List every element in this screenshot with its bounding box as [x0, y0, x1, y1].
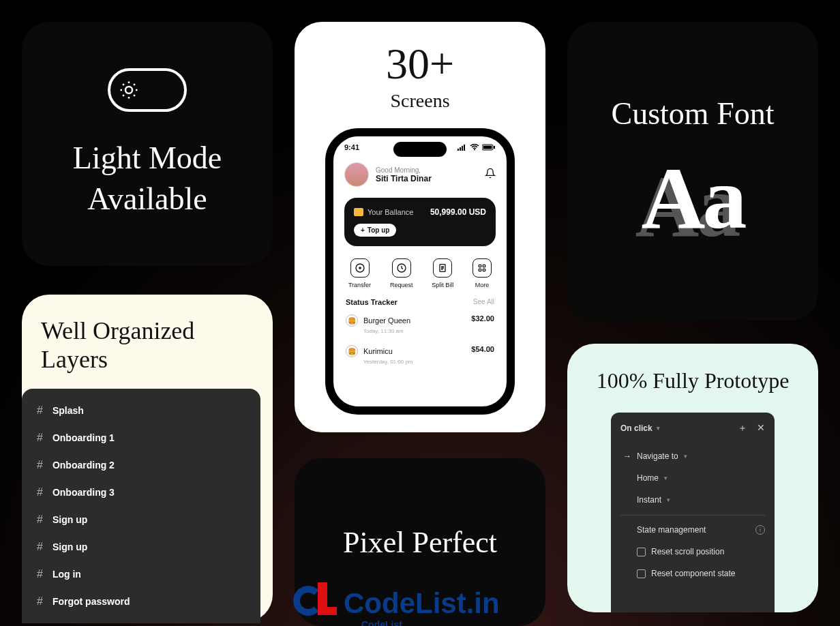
screens-sub: Screens [390, 90, 449, 112]
chevron-down-icon: ▾ [684, 453, 687, 460]
state-mgmt-label: State managementi [620, 515, 765, 541]
burger-icon: 🍔 [346, 345, 358, 357]
destination-row[interactable]: Home▾ [620, 467, 765, 489]
sun-icon [117, 78, 140, 102]
phone-notch [393, 142, 447, 157]
reset-state-checkbox[interactable]: Reset component state [620, 563, 765, 584]
animation-row[interactable]: Instant▾ [620, 489, 765, 511]
font-sample: Aa Aa [642, 147, 745, 249]
wallet-icon [354, 208, 363, 216]
svg-point-5 [474, 149, 475, 151]
greeting: Good Morning, [376, 166, 432, 174]
svg-rect-4 [464, 145, 465, 151]
frame-icon: # [37, 459, 43, 471]
watermark-text: CodeList.in [344, 587, 500, 620]
frame-icon: # [37, 568, 43, 580]
watermark-sub: CodeList [361, 619, 402, 626]
svg-rect-12 [479, 265, 481, 267]
pixel-perfect-title: Pixel Perfect [343, 525, 497, 560]
trigger-dropdown[interactable]: On click▾ [620, 423, 660, 433]
layers-card: Well Organized Layers #Splash #Onboardin… [22, 295, 273, 622]
layer-item[interactable]: #Forgot password [22, 588, 260, 615]
burger-icon: 🍔 [346, 314, 358, 327]
transaction-item[interactable]: 🍔Burger Queen$32.00 Today, 11:30 am [333, 308, 507, 338]
checkbox-icon [637, 569, 646, 578]
light-mode-toggle[interactable] [108, 68, 187, 112]
svg-rect-3 [462, 146, 463, 151]
bell-icon[interactable] [485, 168, 496, 181]
request-action[interactable]: Request [390, 258, 413, 288]
frame-icon: # [37, 404, 43, 417]
balance-card: Your Ballance 50,999.00 USD +Top up [344, 198, 496, 246]
screens-card: 30+ Screens 9:41 Good Morning, Siti Tirt… [295, 22, 545, 432]
phone-header: Good Morning, Siti Tirta Dinar [333, 151, 507, 194]
phone-mockup: 9:41 Good Morning, Siti Tirta Dinar Your… [325, 128, 515, 415]
frame-icon: # [37, 541, 43, 553]
layers-panel: #Splash #Onboarding 1 #Onboarding 2 #Onb… [22, 389, 260, 623]
frame-icon: # [37, 486, 43, 498]
light-mode-card: Light Mode Available [22, 22, 273, 266]
info-icon[interactable]: i [755, 525, 765, 535]
layer-item[interactable]: #Onboarding 1 [22, 424, 260, 451]
split-bill-action[interactable]: Split Bill [432, 258, 453, 288]
transaction-item[interactable]: 🍔Kurimicu$54.00 Yesterday, 01:00 pm [333, 338, 507, 369]
svg-point-0 [125, 87, 132, 93]
layer-item[interactable]: #Log in [22, 561, 260, 588]
frame-icon: # [37, 432, 43, 444]
chevron-down-icon: ▾ [664, 475, 668, 481]
svg-rect-8 [494, 146, 495, 149]
status-time: 9:41 [344, 143, 359, 151]
arrow-icon: → [623, 451, 631, 461]
screens-count: 30+ [386, 42, 454, 86]
topup-button[interactable]: +Top up [354, 224, 396, 237]
watermark: CodeList.in CodeList [293, 585, 500, 622]
close-icon[interactable]: ✕ [757, 422, 765, 434]
chevron-down-icon: ▾ [657, 425, 660, 432]
status-icons [457, 143, 496, 151]
battery-icon [482, 144, 496, 151]
frame-icon: # [37, 513, 43, 526]
username: Siti Tirta Dinar [376, 174, 432, 183]
svg-rect-13 [483, 265, 485, 267]
layer-item[interactable]: #Onboarding 3 [22, 479, 260, 506]
watermark-logo [293, 585, 337, 622]
custom-font-card: Custom Font Aa Aa [567, 22, 818, 321]
svg-rect-15 [483, 269, 485, 271]
prototype-title: 100% Fully Prototype [597, 368, 790, 393]
layer-item[interactable]: #Onboarding 2 [22, 451, 260, 479]
add-icon[interactable]: ＋ [738, 422, 747, 434]
wifi-icon [470, 144, 479, 151]
see-all-link[interactable]: See All [473, 298, 494, 306]
svg-rect-2 [460, 147, 461, 151]
layer-item[interactable]: #Sign up [22, 533, 260, 561]
prototype-card: 100% Fully Prototype On click▾ ＋ ✕ →Navi… [567, 344, 818, 612]
svg-rect-1 [457, 149, 459, 151]
reset-scroll-checkbox[interactable]: Reset scroll position [620, 541, 765, 563]
layer-item[interactable]: #Splash [22, 397, 260, 424]
more-action[interactable]: More [472, 258, 492, 288]
custom-font-title: Custom Font [611, 93, 774, 134]
plus-icon: + [361, 226, 365, 234]
prototype-panel: On click▾ ＋ ✕ →Navigate to▾ Home▾ Instan… [611, 413, 775, 612]
layer-item[interactable]: #Sign up [22, 506, 260, 533]
tracker-title: Status Tracker [346, 298, 397, 306]
action-row[interactable]: →Navigate to▾ [620, 445, 765, 467]
balance-label: Your Ballance [368, 208, 413, 216]
avatar[interactable] [344, 162, 369, 187]
actions-row: Transfer Request Split Bill More [333, 250, 507, 297]
light-mode-title: Light Mode Available [22, 138, 273, 220]
chevron-down-icon: ▾ [667, 496, 670, 503]
transfer-action[interactable]: Transfer [348, 258, 371, 288]
checkbox-icon [637, 548, 646, 556]
signal-icon [457, 144, 467, 151]
tracker-header: Status Tracker See All [333, 297, 507, 308]
frame-icon: # [37, 595, 43, 608]
balance-amount: 50,999.00 USD [430, 207, 486, 217]
svg-rect-7 [483, 146, 492, 149]
layers-title: Well Organized Layers [22, 316, 273, 389]
svg-rect-14 [479, 269, 481, 271]
